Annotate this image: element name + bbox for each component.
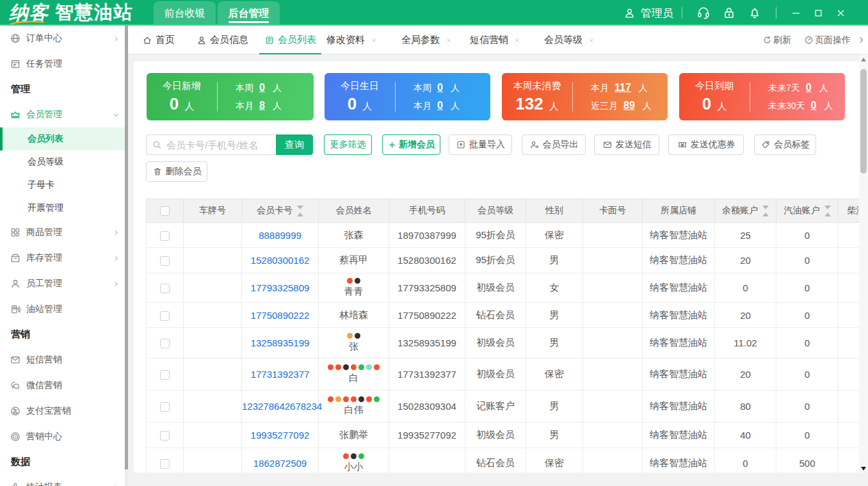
tab-1[interactable]: 会员信息 xyxy=(197,26,248,54)
row-checkbox[interactable] xyxy=(160,459,170,469)
delete-member-button[interactable]: 删除会员 xyxy=(146,161,207,182)
stat-card-title: 今日到期 xyxy=(695,80,734,92)
member-tag-button[interactable]: 会员标签 xyxy=(754,134,816,155)
column-header[interactable]: 汽油账户 xyxy=(776,199,839,223)
tab-4[interactable]: 全局参数 xyxy=(401,26,452,54)
sidebar-item[interactable]: 员工管理 xyxy=(0,271,125,296)
member-card-link[interactable]: 1862872509 xyxy=(253,458,307,469)
column-header[interactable]: 会员姓名 xyxy=(319,199,389,223)
row-checkbox[interactable] xyxy=(160,284,170,293)
row-checkbox[interactable] xyxy=(160,370,170,380)
search-button[interactable]: 查询 xyxy=(276,134,313,155)
column-header[interactable]: 会员卡号 xyxy=(242,199,319,223)
member-card-link[interactable]: 19935277092 xyxy=(251,430,310,441)
refresh-button[interactable]: 刷新 xyxy=(762,35,791,46)
send-sms-button[interactable]: 发送短信 xyxy=(594,134,659,155)
sort-icon[interactable] xyxy=(297,206,303,216)
member-card-link[interactable]: 17793325809 xyxy=(251,282,310,293)
tab-close-icon[interactable] xyxy=(446,37,452,44)
close-button[interactable] xyxy=(836,8,846,18)
send-coupon-button[interactable]: 发送优惠券 xyxy=(668,134,744,155)
scroll-down-icon[interactable] xyxy=(861,467,866,471)
sidebar-subitem[interactable]: 开票管理 xyxy=(0,197,125,220)
row-checkbox[interactable] xyxy=(160,231,170,241)
sidebar-item[interactable]: 支付宝营销 xyxy=(0,398,125,424)
export-members-button[interactable]: 会员导出 xyxy=(522,134,586,155)
sidebar-subitem[interactable]: 会员列表 xyxy=(0,127,125,150)
sidebar-item[interactable]: 统计报表 xyxy=(0,474,125,486)
sidebar-item[interactable]: 油站管理 xyxy=(0,296,125,322)
scroll-up-icon[interactable] xyxy=(861,58,866,61)
minimize-button[interactable] xyxy=(791,8,801,18)
column-header[interactable]: 余额账户 xyxy=(715,199,776,223)
sidebar-item[interactable]: 微信营销 xyxy=(0,373,125,398)
sidebar-item[interactable]: 任务管理 xyxy=(0,51,125,77)
mode-tab-admin[interactable]: 后台管理 xyxy=(218,1,280,26)
scrollbar-thumb[interactable] xyxy=(125,26,128,469)
stat-card-value: 0人 xyxy=(170,94,194,114)
scrollbar-thumb[interactable] xyxy=(860,69,867,174)
column-header[interactable]: 性别 xyxy=(526,199,583,223)
tab-5[interactable]: 短信营销 xyxy=(470,26,520,54)
sidebar-subitem[interactable]: 会员等级 xyxy=(0,150,125,174)
sidebar-subitem[interactable]: 子母卡 xyxy=(0,174,125,197)
sidebar-item[interactable]: 库存管理 xyxy=(0,245,125,271)
brand-mark: 纳客 xyxy=(9,0,49,26)
column-header[interactable]: 会员等级 xyxy=(465,199,526,223)
gender-cell: 男 xyxy=(526,391,583,423)
tab-close-icon[interactable] xyxy=(514,37,520,44)
balance-cell: 11.02 xyxy=(715,328,776,359)
column-header[interactable]: 柴油账户 xyxy=(839,199,860,223)
sidebar-item[interactable]: 短信营销 xyxy=(0,347,125,373)
more-filters-button[interactable]: 更多筛选 xyxy=(324,134,372,155)
sidebar-item[interactable]: 会员管理 xyxy=(0,102,125,127)
batch-import-button[interactable]: 批量导入 xyxy=(449,134,512,155)
table-row: 15280300162蔡再甲1528030016295折会员男纳客智慧油站200 xyxy=(147,248,860,273)
tab-close-icon[interactable] xyxy=(588,37,595,44)
add-member-button[interactable]: 新增会员 xyxy=(382,134,440,155)
tab-close-icon[interactable] xyxy=(371,37,377,44)
chevron-right-icon[interactable] xyxy=(857,36,865,44)
plate-cell xyxy=(184,303,242,328)
search-icon xyxy=(152,140,162,150)
notifications-button[interactable] xyxy=(748,6,762,20)
tab-3[interactable]: 修改资料 xyxy=(326,26,377,54)
tab-0[interactable]: 首页 xyxy=(142,26,175,54)
support-button[interactable] xyxy=(696,6,711,20)
member-card-link[interactable]: 17750890222 xyxy=(251,310,310,321)
row-checkbox[interactable] xyxy=(160,256,170,266)
column-header[interactable]: 车牌号 xyxy=(184,199,242,223)
tab-6[interactable]: 会员等级 xyxy=(544,26,595,54)
import-icon xyxy=(456,140,466,150)
sidebar-item[interactable]: 营销中心 xyxy=(0,424,125,450)
row-checkbox[interactable] xyxy=(160,311,170,321)
member-card-link[interactable]: 17731392377 xyxy=(251,369,310,380)
sort-icon[interactable] xyxy=(762,206,769,216)
sidebar-scrollbar[interactable] xyxy=(125,26,128,486)
search-input[interactable] xyxy=(146,134,276,155)
maximize-button[interactable] xyxy=(814,8,823,18)
row-checkbox[interactable] xyxy=(160,402,170,412)
member-card-link[interactable]: 13258935199 xyxy=(251,337,310,348)
lock-button[interactable] xyxy=(722,6,736,20)
column-header[interactable]: 卡面号 xyxy=(583,199,643,223)
sort-icon[interactable] xyxy=(824,206,831,216)
mode-tab-cashier[interactable]: 前台收银 xyxy=(154,1,216,26)
column-header[interactable]: 手机号码 xyxy=(389,199,465,223)
close-icon xyxy=(836,8,846,18)
tab-2[interactable]: 会员列表 xyxy=(264,26,316,54)
sidebar-item[interactable]: 订单中心 xyxy=(0,26,125,51)
page-ops-button[interactable]: 页面操作 xyxy=(804,35,851,46)
member-card-link[interactable]: 15280300162 xyxy=(251,255,310,266)
row-checkbox[interactable] xyxy=(160,339,170,348)
sidebar-item[interactable]: 商品管理 xyxy=(0,220,125,245)
table-row: 17731392377白17731392377初级会员保密纳客智慧油站200 xyxy=(147,359,860,391)
plate-cell xyxy=(184,448,242,473)
column-header[interactable]: 所属店铺 xyxy=(643,199,715,223)
vertical-scrollbar[interactable] xyxy=(859,54,868,473)
member-card-link[interactable]: 88889999 xyxy=(259,230,301,241)
member-name: 蔡再甲 xyxy=(319,254,389,266)
member-card-link[interactable]: 123278642678234 xyxy=(242,401,322,412)
row-checkbox[interactable] xyxy=(160,431,170,441)
select-all-checkbox[interactable] xyxy=(160,206,170,216)
